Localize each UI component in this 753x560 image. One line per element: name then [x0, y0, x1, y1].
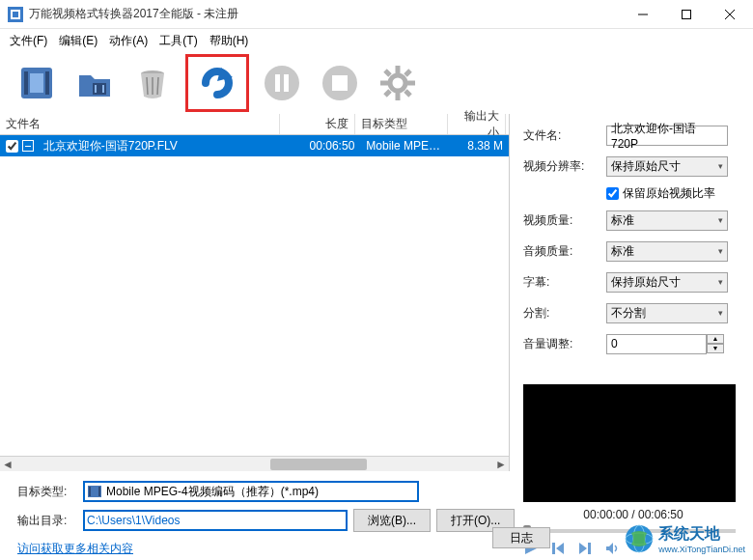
- close-button[interactable]: [708, 0, 751, 28]
- vres-label: 视频分辨率:: [523, 158, 606, 175]
- svg-rect-32: [552, 543, 555, 554]
- volume-icon[interactable]: [604, 541, 620, 559]
- menu-tools[interactable]: 工具(T): [159, 33, 197, 49]
- more-content-link[interactable]: 访问获取更多相关内容: [17, 541, 133, 557]
- list-body[interactable]: 北京欢迎你-国语720P.FLV 00:06:50 Mobile MPEG-..…: [0, 135, 509, 456]
- outdir-label: 输出目录:: [17, 513, 77, 529]
- col-size[interactable]: 输出大小: [448, 114, 506, 134]
- vol-input[interactable]: [606, 334, 707, 354]
- svg-line-29: [405, 91, 410, 96]
- row-target: Mobile MPEG-...: [360, 139, 452, 153]
- aq-label: 音频质量:: [523, 243, 606, 260]
- settings-button[interactable]: [373, 58, 423, 108]
- prev-frame-icon[interactable]: [550, 541, 566, 559]
- svg-line-30: [405, 70, 410, 75]
- row-length: 00:06:50: [286, 139, 360, 153]
- brand-logo[interactable]: 系统天地 www.XiTongTianDi.net: [624, 523, 745, 554]
- svg-rect-33: [588, 543, 591, 554]
- menu-edit[interactable]: 编辑(E): [59, 33, 98, 49]
- minimize-button[interactable]: [621, 0, 664, 28]
- col-length[interactable]: 长度: [280, 114, 355, 134]
- sub-label: 字幕:: [523, 274, 606, 291]
- svg-rect-2: [13, 12, 18, 17]
- brand-name: 系统天地: [658, 524, 745, 545]
- convert-button[interactable]: [190, 59, 244, 107]
- keep-ratio-label: 保留原始视频比率: [623, 185, 715, 202]
- row-size: 8.38 M: [452, 139, 509, 153]
- keep-ratio-checkbox[interactable]: [606, 187, 619, 200]
- chevron-down-icon: ▾: [718, 246, 723, 256]
- filename-field[interactable]: 北京欢迎你-国语720P: [606, 126, 728, 146]
- target-type-label: 目标类型:: [17, 484, 77, 500]
- col-target[interactable]: 目标类型: [355, 114, 448, 134]
- svg-line-17: [157, 77, 158, 95]
- svg-line-31: [385, 91, 390, 96]
- split-label: 分割:: [523, 305, 606, 322]
- menu-action[interactable]: 动作(A): [109, 33, 148, 49]
- spin-down-icon[interactable]: ▼: [707, 344, 724, 353]
- row-filename: 北京欢迎你-国语720P.FLV: [38, 138, 287, 154]
- svg-rect-13: [102, 85, 104, 93]
- svg-point-23: [390, 75, 405, 91]
- next-frame-icon[interactable]: [577, 541, 593, 559]
- outdir-field[interactable]: C:\Users\1\Videos: [83, 510, 348, 531]
- maximize-button[interactable]: [664, 0, 708, 28]
- svg-rect-19: [275, 74, 280, 92]
- brand-url: www.XiTongTianDi.net: [658, 545, 745, 554]
- vq-select[interactable]: 标准▾: [606, 210, 728, 231]
- row-checkbox[interactable]: [6, 140, 18, 153]
- collapse-icon[interactable]: [22, 140, 34, 152]
- toolbar: [0, 52, 753, 114]
- sub-select[interactable]: 保持原始尺寸▾: [606, 272, 728, 293]
- vres-select[interactable]: 保持原始尺寸▾: [606, 156, 728, 177]
- svg-rect-8: [24, 71, 28, 95]
- app-icon: [8, 7, 23, 22]
- menu-help[interactable]: 帮助(H): [209, 33, 249, 49]
- log-button[interactable]: 日志: [492, 527, 550, 548]
- svg-line-28: [385, 70, 390, 75]
- window-title: 万能视频格式转换器2017全能版 - 未注册: [29, 6, 621, 22]
- delete-button[interactable]: [127, 58, 178, 108]
- file-list-panel: 文件名 长度 目标类型 输出大小 北京欢迎你-国语720P.FLV 00:06:…: [0, 114, 510, 471]
- properties-panel: 文件名: 北京欢迎你-国语720P 视频分辨率: 保持原始尺寸▾ 保留原始视频比…: [510, 114, 753, 471]
- target-type-field[interactable]: Mobile MPEG-4视频编码（推荐）(*.mp4): [83, 481, 419, 502]
- vol-label: 音量调整:: [523, 336, 606, 352]
- chevron-down-icon: ▾: [718, 215, 723, 225]
- scroll-right-icon[interactable]: ►: [493, 457, 509, 472]
- col-filename[interactable]: 文件名: [0, 114, 280, 134]
- list-header: 文件名 长度 目标类型 输出大小: [0, 114, 509, 135]
- split-select[interactable]: 不分割▾: [606, 303, 728, 323]
- list-row[interactable]: 北京欢迎你-国语720P.FLV 00:06:50 Mobile MPEG-..…: [0, 135, 509, 156]
- svg-rect-12: [95, 85, 97, 93]
- scroll-thumb[interactable]: [270, 459, 367, 470]
- spin-up-icon[interactable]: ▲: [707, 334, 724, 344]
- svg-rect-10: [30, 73, 43, 93]
- filename-label: 文件名:: [523, 127, 606, 144]
- add-folder-button[interactable]: [70, 58, 120, 108]
- svg-rect-36: [98, 487, 100, 496]
- stop-button[interactable]: [315, 58, 365, 108]
- vol-spinner[interactable]: ▲▼: [606, 334, 724, 354]
- preview-screen[interactable]: [523, 384, 736, 502]
- convert-highlight: [185, 54, 249, 112]
- aq-select[interactable]: 标准▾: [606, 241, 728, 262]
- scroll-left-icon[interactable]: ◄: [0, 457, 15, 472]
- add-file-button[interactable]: [12, 58, 62, 108]
- browse-button[interactable]: 浏览(B)...: [353, 509, 431, 532]
- svg-rect-9: [45, 71, 49, 95]
- chevron-down-icon: ▾: [718, 161, 723, 171]
- svg-rect-20: [284, 74, 289, 92]
- svg-rect-4: [682, 10, 690, 18]
- title-bar: 万能视频格式转换器2017全能版 - 未注册: [0, 0, 753, 29]
- vq-label: 视频质量:: [523, 212, 606, 229]
- svg-line-15: [147, 77, 148, 95]
- globe-icon: [624, 523, 655, 554]
- svg-rect-22: [332, 75, 348, 91]
- chevron-down-icon: ▾: [718, 308, 723, 318]
- chevron-down-icon: ▾: [718, 277, 723, 287]
- menu-file[interactable]: 文件(F): [10, 33, 47, 49]
- film-icon: [87, 484, 102, 499]
- pause-button[interactable]: [257, 58, 307, 108]
- preview-time: 00:00:00 / 00:06:50: [523, 508, 743, 521]
- horizontal-scrollbar[interactable]: ◄ ►: [0, 456, 509, 471]
